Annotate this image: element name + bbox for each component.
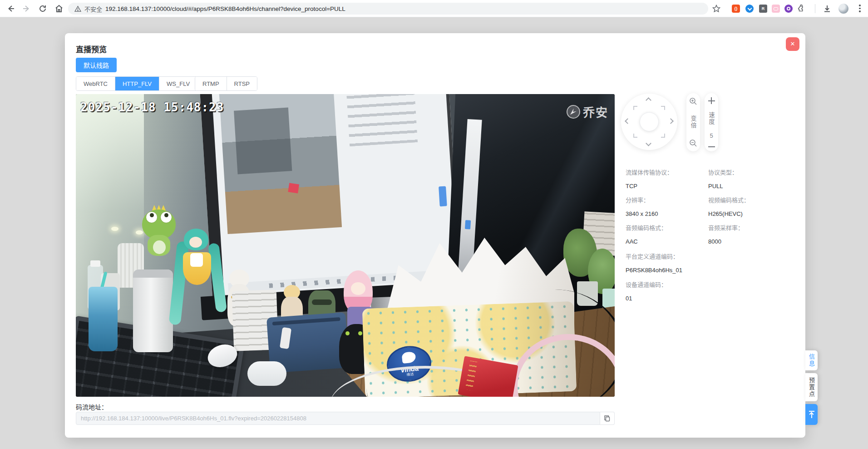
reload-icon[interactable] — [38, 4, 47, 13]
brand-logo-icon — [567, 105, 580, 119]
extension-download-icon[interactable] — [745, 5, 754, 13]
browser-toolbar: 不安全 192.168.184.137:10000/cloud/#/apps/P… — [0, 0, 868, 17]
browser-menu-icon[interactable] — [859, 5, 861, 13]
info-label: 分辨率： — [626, 197, 707, 204]
side-tab-info-label: 信息 — [807, 354, 816, 367]
zoom-label: 变倍 — [690, 115, 696, 129]
video-player[interactable]: Vinda 维达 2025-12-18 15:48:23 乔安 — [76, 94, 615, 397]
info-label: 设备通道编码： — [626, 282, 789, 288]
brand-watermark-text: 乔安 — [583, 103, 608, 120]
stream-url-row — [76, 412, 615, 425]
info-label: 视频编码格式： — [708, 197, 790, 204]
zoom-out-icon[interactable] — [689, 139, 697, 147]
info-value: 8000 — [708, 239, 721, 245]
info-field: 音频采样率：8000 — [708, 225, 790, 253]
ptz-left-icon[interactable] — [625, 118, 631, 124]
ptz-right-icon[interactable] — [668, 118, 674, 124]
forward-icon[interactable] — [22, 4, 31, 13]
ptz-corner-icon — [661, 134, 665, 138]
security-label: 不安全 — [84, 5, 102, 13]
info-field: 视频编码格式：H265(HEVC) — [708, 197, 790, 225]
info-label: 协议类型： — [708, 170, 790, 176]
speed-decrease-icon[interactable] — [708, 146, 715, 147]
camera-scene: Vinda 维达 — [76, 94, 615, 397]
speed-value: 5 — [710, 133, 713, 139]
zoom-in-icon[interactable] — [689, 97, 697, 105]
copy-button[interactable] — [600, 412, 615, 425]
info-value: TCP — [626, 183, 637, 190]
tab-http-flv[interactable]: HTTP_FLV — [115, 77, 159, 90]
brand-watermark: 乔安 — [567, 103, 608, 120]
info-value: 3840 x 2160 — [626, 211, 658, 217]
info-value: PULL — [708, 183, 723, 190]
home-icon[interactable] — [54, 4, 64, 13]
back-icon[interactable] — [6, 4, 15, 13]
downloads-icon[interactable] — [823, 4, 832, 13]
profile-avatar[interactable] — [838, 4, 848, 14]
tab-ws-flv[interactable]: WS_FLV — [159, 77, 197, 90]
not-secure-warning-icon — [74, 5, 81, 12]
ptz-corner-icon — [633, 134, 637, 138]
info-field: 流媒体传输协议：TCP — [626, 170, 707, 198]
info-label: 流媒体传输协议： — [626, 170, 707, 176]
live-preview-dialog: 直播预览 ✕ 默认线路 WebRTC HTTP_FLV WS_FLV RTMP … — [65, 33, 805, 438]
dialog-title: 直播预览 — [76, 43, 107, 55]
copy-icon — [604, 415, 611, 422]
url-text[interactable]: 192.168.184.137:10000/cloud/#/apps/P6RSK… — [105, 5, 345, 12]
tab-rtmp[interactable]: RTMP — [195, 77, 227, 90]
address-bar[interactable]: 不安全 192.168.184.137:10000/cloud/#/apps/P… — [68, 3, 708, 15]
ptz-up-icon[interactable] — [646, 97, 651, 103]
ptz-corner-icon — [633, 106, 637, 110]
info-label: 平台定义通道编码： — [626, 254, 789, 260]
close-button[interactable]: ✕ — [786, 37, 799, 51]
info-field: 协议类型：PULL — [708, 170, 790, 198]
extension-braces-icon[interactable]: {} — [732, 5, 740, 13]
side-tab-preset[interactable]: 预置点 — [805, 373, 818, 401]
top-arrow-icon — [809, 411, 814, 418]
scroll-top-button[interactable] — [805, 404, 818, 425]
extensions-puzzle-icon[interactable] — [797, 5, 805, 13]
extension-target-icon[interactable] — [784, 5, 793, 13]
side-tab-preset-label: 预置点 — [807, 377, 816, 398]
zoom-control: 变倍 — [686, 93, 700, 151]
stream-url-input[interactable] — [76, 412, 600, 425]
vignette — [76, 94, 615, 397]
info-label: 音频编码格式： — [626, 225, 707, 231]
info-value: 01 — [626, 295, 632, 302]
info-value: H265(HEVC) — [708, 211, 743, 217]
tab-webrtc[interactable]: WebRTC — [76, 77, 115, 90]
info-label: 音频采样率： — [708, 225, 790, 231]
screen: 不安全 192.168.184.137:10000/cloud/#/apps/P… — [0, 0, 868, 449]
stream-info: 流媒体传输协议：TCP 协议类型：PULL 分辨率：3840 x 2160 视频… — [626, 170, 798, 306]
info-field: 音频编码格式：AAC — [626, 225, 707, 253]
toolbar-divider — [815, 4, 815, 13]
stream-url-label: 码流地址： — [76, 402, 108, 411]
close-icon: ✕ — [790, 40, 795, 47]
default-line-button[interactable]: 默认线路 — [76, 58, 117, 72]
speed-label: 速度 — [709, 112, 715, 125]
video-timestamp: 2025-12-18 15:48:23 — [80, 100, 224, 114]
extension-r-icon[interactable]: R — [759, 5, 767, 13]
info-field: 设备通道编码：01 — [626, 282, 789, 310]
protocol-tab-group-1: WebRTC HTTP_FLV WS_FLV — [76, 76, 197, 91]
protocol-tab-group-2: RTMP RTSP — [195, 76, 257, 91]
speed-control: 速度 5 — [705, 93, 718, 151]
speed-increase-icon[interactable] — [708, 97, 715, 104]
ptz-down-icon[interactable] — [646, 140, 651, 146]
side-tab-info[interactable]: 信息 — [805, 350, 818, 370]
info-value: AAC — [626, 239, 638, 245]
info-field: 平台定义通道编码：P6RSK8B4oh6Hs_01 — [626, 254, 789, 282]
info-field: 分辨率：3840 x 2160 — [626, 197, 707, 225]
extension-tv-icon[interactable] — [772, 5, 780, 13]
ptz-center-knob[interactable] — [640, 112, 659, 131]
ptz-corner-icon — [661, 106, 665, 110]
tab-rtsp[interactable]: RTSP — [227, 77, 257, 90]
info-value: P6RSK8B4oh6Hs_01 — [626, 267, 682, 274]
bookmark-star-icon[interactable] — [712, 4, 721, 13]
ptz-pad[interactable] — [621, 94, 677, 150]
